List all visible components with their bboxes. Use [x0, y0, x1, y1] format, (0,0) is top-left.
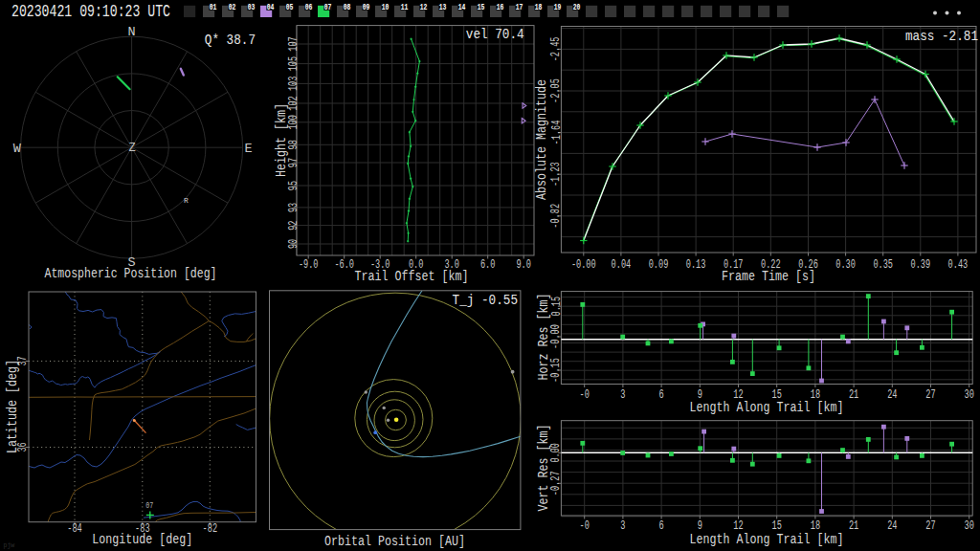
- svg-text:105: 105: [286, 56, 301, 72]
- svg-text:pjw: pjw: [4, 542, 15, 549]
- svg-text:21: 21: [849, 387, 858, 402]
- svg-text:-1.64: -1.64: [549, 121, 564, 145]
- svg-text:0.39: 0.39: [911, 257, 931, 272]
- svg-text:24: 24: [887, 387, 897, 402]
- svg-text:01: 01: [210, 3, 217, 12]
- svg-text:-2.45: -2.45: [549, 37, 564, 62]
- svg-text:92: 92: [286, 221, 301, 231]
- svg-text:103: 103: [286, 77, 301, 92]
- svg-text:0.30: 0.30: [835, 257, 856, 272]
- svg-text:-0: -0: [580, 518, 590, 533]
- svg-text:Vert Res [km]: Vert Res [km]: [535, 425, 552, 512]
- svg-text:27: 27: [925, 387, 935, 402]
- svg-text:17: 17: [516, 3, 523, 12]
- svg-text:16: 16: [497, 3, 504, 12]
- svg-text:27: 27: [925, 518, 935, 533]
- svg-text:-0.00: -0.00: [571, 257, 596, 272]
- svg-text:-0.82: -0.82: [549, 204, 564, 229]
- svg-text:03: 03: [248, 3, 256, 12]
- svg-text:R: R: [184, 196, 189, 205]
- svg-text:06: 06: [305, 3, 313, 12]
- svg-text:05: 05: [286, 3, 294, 12]
- svg-text:-0: -0: [580, 387, 590, 402]
- svg-text:Longitude [deg]: Longitude [deg]: [92, 531, 192, 548]
- svg-text:21: 21: [849, 518, 858, 533]
- svg-text:08: 08: [344, 3, 351, 12]
- svg-text:0.09: 0.09: [649, 257, 669, 272]
- svg-text:N: N: [128, 25, 136, 39]
- svg-text:-1.23: -1.23: [549, 162, 564, 187]
- svg-text:Absolute Magnitude: Absolute Magnitude: [533, 79, 550, 200]
- svg-text:Horz Res [km]: Horz Res [km]: [535, 294, 552, 381]
- svg-text:14: 14: [458, 3, 466, 12]
- svg-text:11: 11: [401, 3, 409, 12]
- svg-text:-6.0: -6.0: [334, 257, 354, 272]
- svg-text:0.13: 0.13: [686, 257, 706, 272]
- svg-text:mass -2.81: mass -2.81: [905, 29, 978, 44]
- svg-text:18: 18: [535, 3, 543, 12]
- svg-text:Height [km]: Height [km]: [273, 103, 290, 177]
- svg-text:3: 3: [620, 387, 625, 402]
- svg-text:93: 93: [286, 203, 301, 212]
- svg-text:vel 70.4: vel 70.4: [466, 27, 524, 42]
- svg-text:0.04: 0.04: [612, 257, 632, 272]
- svg-text:Latitude [deg]: Latitude [deg]: [4, 360, 21, 453]
- svg-text:Q* 38.7: Q* 38.7: [205, 33, 256, 48]
- svg-text:07: 07: [324, 3, 332, 12]
- svg-text:30: 30: [965, 387, 974, 402]
- svg-text:Trail Offset [km]: Trail Offset [km]: [355, 268, 469, 285]
- svg-text:15: 15: [478, 3, 485, 12]
- svg-text:09: 09: [363, 3, 370, 12]
- svg-text:W: W: [13, 142, 22, 156]
- svg-text:Atmospheric Position [deg]: Atmospheric Position [deg]: [45, 265, 217, 282]
- svg-text:19: 19: [554, 3, 562, 12]
- svg-text:12: 12: [420, 3, 428, 12]
- svg-text:6.0: 6.0: [480, 257, 496, 272]
- svg-text:-84: -84: [67, 521, 82, 536]
- svg-text:30: 30: [965, 518, 974, 533]
- svg-text:Orbital Position [AU]: Orbital Position [AU]: [324, 533, 465, 550]
- svg-text:0.35: 0.35: [873, 257, 893, 272]
- svg-text:-2.05: -2.05: [549, 78, 564, 103]
- svg-text:90: 90: [286, 239, 301, 249]
- svg-text:0.43: 0.43: [948, 257, 969, 272]
- svg-text:04: 04: [267, 3, 275, 12]
- svg-text:10: 10: [382, 3, 390, 12]
- svg-text:Z: Z: [128, 142, 135, 155]
- svg-text:6: 6: [659, 518, 664, 533]
- svg-text:-82: -82: [203, 521, 218, 536]
- svg-text:107: 107: [286, 36, 301, 52]
- svg-text:Length Along Trail [km]: Length Along Trail [km]: [690, 531, 844, 548]
- svg-text:9.0: 9.0: [516, 257, 531, 272]
- svg-text:13: 13: [439, 3, 447, 12]
- svg-text:02: 02: [229, 3, 236, 12]
- svg-text:-9.0: -9.0: [299, 257, 319, 272]
- svg-text:T_j -0.55: T_j -0.55: [453, 293, 518, 308]
- svg-text:24: 24: [887, 518, 897, 533]
- svg-text:3: 3: [620, 518, 625, 533]
- svg-text:Frame Time [s]: Frame Time [s]: [722, 268, 815, 285]
- svg-text:07: 07: [145, 501, 153, 511]
- svg-text:95: 95: [286, 181, 301, 190]
- svg-text:Length Along Trail [km]: Length Along Trail [km]: [690, 399, 844, 416]
- svg-text:6: 6: [659, 387, 664, 402]
- svg-text:20230421 09:10:23 UTC: 20230421 09:10:23 UTC: [11, 2, 170, 22]
- svg-text:20: 20: [573, 3, 581, 12]
- svg-text:E: E: [244, 142, 252, 156]
